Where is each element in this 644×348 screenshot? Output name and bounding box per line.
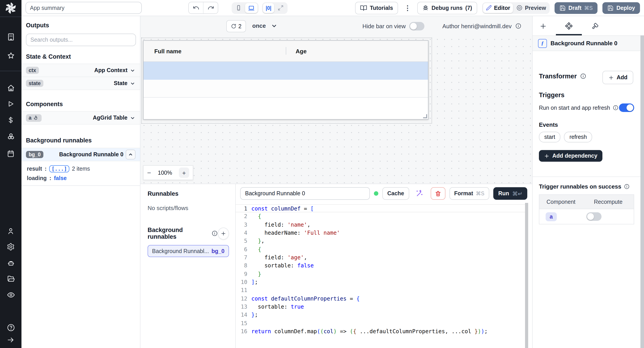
zoom-in-button[interactable]: + (179, 167, 189, 178)
kebab-menu-icon[interactable]: ⋮ (403, 4, 412, 12)
fullscreen-icon[interactable] (274, 3, 287, 13)
ctx-row[interactable]: ctx App Context (22, 64, 140, 77)
event-pill-start[interactable]: start (539, 132, 560, 142)
editor-tab[interactable]: Editor (483, 3, 513, 13)
code-line[interactable]: 7 field: 'age', (236, 254, 528, 262)
editor-scrollbar[interactable] (525, 203, 528, 348)
format-button[interactable]: Format ⌘S (449, 187, 489, 200)
windmill-logo-icon[interactable] (0, 2, 22, 14)
code-line[interactable]: 16return columnDef.map((col) => ({ ...de… (236, 327, 528, 336)
settings-component-tab[interactable] (562, 20, 576, 32)
code-line[interactable]: 12const defaultColumnProperties = { (236, 295, 528, 303)
collapse-chevron-up-button[interactable] (126, 150, 136, 159)
recompute-toggle[interactable] (586, 212, 602, 221)
deploy-button[interactable]: Deploy (603, 2, 640, 14)
right-panel-scrollbar[interactable] (640, 35, 644, 348)
code-line[interactable]: 14}; (236, 311, 528, 319)
tutorials-button[interactable]: Tutorials (355, 2, 398, 14)
user-icon[interactable] (0, 225, 22, 237)
info-icon[interactable] (212, 230, 218, 237)
debug-runs-button[interactable]: Debug runs (7) (417, 2, 477, 14)
code-line[interactable]: 8 sortable: false (236, 262, 528, 270)
bg0-row[interactable]: bg_0 Background Runnable 0 (22, 148, 140, 161)
code-area[interactable]: 1const columnDef = [2 {3 field: 'name',4… (236, 203, 528, 348)
code-line[interactable]: 4 headerName: 'Full name' (236, 229, 528, 237)
runnable-name-input[interactable] (240, 187, 370, 200)
code-line[interactable]: 6 { (236, 245, 528, 254)
info-icon[interactable] (624, 184, 630, 190)
chevron-down-icon[interactable] (130, 115, 136, 121)
run-shortcut: ⌘↵ (512, 190, 522, 197)
desktop-view-button[interactable] (245, 3, 258, 13)
centered-layout-button[interactable]: |0| (263, 3, 274, 13)
code-line[interactable]: 11 (236, 286, 528, 295)
mobile-view-button[interactable] (232, 3, 245, 13)
folders-icon[interactable] (0, 273, 22, 284)
column-header-full-name[interactable]: Full name (144, 48, 181, 54)
undo-button[interactable] (189, 2, 203, 14)
info-icon[interactable] (613, 105, 618, 111)
redo-button[interactable] (203, 2, 218, 14)
table-row[interactable] (144, 80, 428, 98)
event-pill-refresh[interactable]: refresh (564, 132, 592, 142)
run-on-start-toggle[interactable] (619, 103, 634, 112)
table-row-selected[interactable] (144, 62, 428, 80)
loading-row[interactable]: loading : false (22, 175, 140, 182)
runs-play-icon[interactable] (0, 98, 22, 110)
zoom-out-button[interactable]: − (147, 169, 151, 177)
info-icon[interactable] (515, 23, 522, 29)
collapse-arrow-icon[interactable] (0, 334, 22, 346)
draft-button[interactable]: Draft ⌘S (554, 2, 598, 14)
search-outputs-input[interactable] (26, 34, 136, 46)
ai-wand-icon[interactable] (415, 190, 423, 198)
line-number: 10 (236, 278, 251, 286)
workers-robot-icon[interactable] (0, 257, 22, 269)
styling-brush-tab[interactable] (588, 20, 602, 32)
code-line[interactable]: 15 (236, 319, 528, 328)
chevron-down-icon[interactable] (130, 67, 136, 73)
schedules-calendar-icon[interactable] (0, 148, 22, 159)
favorites-star-icon[interactable] (0, 50, 22, 61)
app-summary-input[interactable] (26, 2, 142, 14)
info-icon[interactable] (580, 73, 586, 79)
add-background-runnable-button[interactable] (218, 227, 229, 239)
layout-toggle-group: |0| (262, 2, 288, 14)
aggrid-table-component[interactable]: Full name Age (143, 40, 428, 120)
run-button[interactable]: Run ⌘↵ (493, 187, 528, 200)
component-a-row[interactable]: a AgGrid Table (22, 111, 140, 124)
state-row[interactable]: state State (22, 77, 140, 90)
help-icon[interactable] (0, 321, 22, 333)
column-header-age[interactable]: Age (286, 48, 306, 54)
code-line[interactable]: 5 }, (236, 237, 528, 245)
result-row[interactable]: result : [...] 2 items (22, 165, 140, 172)
delete-button[interactable] (430, 187, 445, 200)
frequency-dropdown[interactable]: once (252, 20, 278, 31)
eye-icon[interactable] (0, 289, 22, 300)
variables-dollar-icon[interactable] (0, 114, 22, 126)
add-dependency-button[interactable]: Add dependency (539, 150, 602, 162)
home-icon[interactable] (0, 82, 22, 94)
workspace-icon[interactable] (0, 31, 22, 43)
refresh-count-button[interactable]: 2 (226, 20, 246, 32)
component-a-badge[interactable]: a (546, 212, 557, 221)
code-line[interactable]: 10]; (236, 278, 528, 286)
code-line[interactable]: 1const columnDef = [ (236, 204, 528, 213)
resize-handle[interactable] (423, 114, 427, 118)
code-line[interactable]: 3 field: 'name', (236, 221, 528, 229)
settings-gear-icon[interactable] (0, 241, 22, 253)
editor-preview-toggle: Editor Preview (482, 2, 550, 14)
app-canvas[interactable]: 2 once Hide bar on view Author henri@win… (140, 16, 532, 184)
cache-button[interactable]: Cache (382, 187, 409, 200)
code-line[interactable]: 2 { (236, 213, 528, 221)
code-line[interactable]: 13 sortable: true (236, 303, 528, 311)
hide-bar-toggle[interactable] (409, 22, 424, 30)
insert-component-tab[interactable] (536, 20, 550, 32)
code-line[interactable]: 9 } (236, 270, 528, 278)
preview-tab[interactable]: Preview (513, 3, 549, 13)
draft-label: Draft (568, 5, 582, 11)
result-expand-chip[interactable]: [...] (49, 165, 69, 172)
background-runnable-item-selected[interactable]: Background Runnabl... bg_0 (148, 245, 229, 257)
add-transformer-button[interactable]: Add (602, 71, 633, 84)
chevron-down-icon[interactable] (130, 80, 136, 86)
resources-cubes-icon[interactable] (0, 131, 22, 142)
